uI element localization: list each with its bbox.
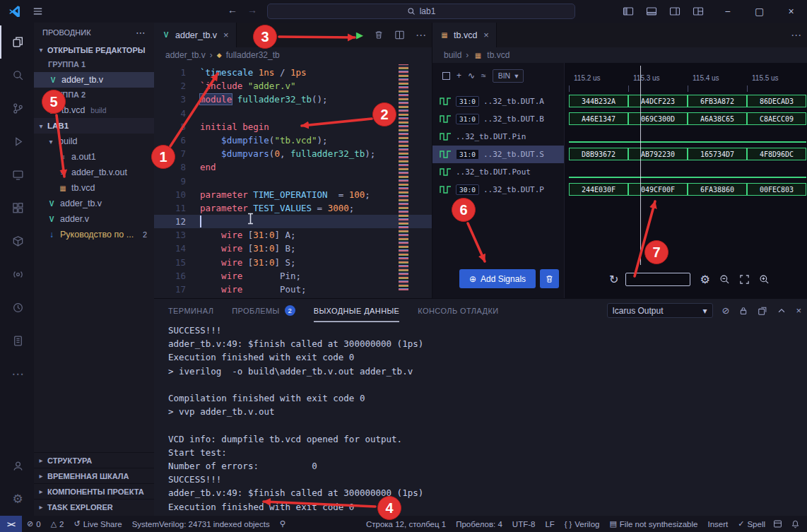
- close-panel-icon[interactable]: ×: [796, 305, 801, 316]
- sidebar-section[interactable]: ▸КОМПОНЕНТЫ ПРОЕКТА: [34, 483, 154, 499]
- breadcrumb[interactable]: adder_tb.v › ◆ fulladder32_tb: [154, 47, 432, 63]
- maximize-panel-icon[interactable]: [777, 306, 787, 316]
- minimap[interactable]: [399, 64, 408, 290]
- cursor-position[interactable]: Строка 12, столбец 1: [361, 516, 451, 532]
- lock-scroll-icon[interactable]: [738, 306, 748, 316]
- activity-live-share-icon[interactable]: [0, 258, 34, 291]
- activity-extensions-icon[interactable]: [0, 191, 34, 225]
- code-editor[interactable]: 1`timescale 1ns / 1ps2`include "adder.v"…: [154, 63, 432, 298]
- open-editor-item[interactable]: Vadder_tb.v: [34, 72, 154, 88]
- tree-item[interactable]: ≡adder_tb.v.out: [34, 165, 154, 180]
- breadcrumb[interactable]: build › ▦ tb.vcd: [432, 47, 807, 63]
- insert-mode[interactable]: Insert: [702, 516, 733, 532]
- zoom-out-icon[interactable]: [719, 274, 730, 285]
- panel-tab[interactable]: ПРОБЛЕМЫ2: [232, 299, 295, 322]
- settings-gear-icon[interactable]: ⚙: [0, 483, 34, 516]
- synthesis-status[interactable]: ▤File not synthesizable: [604, 516, 702, 532]
- waveform-row[interactable]: A46E1347069C300DA6A38C65C8AECC09: [565, 110, 807, 128]
- panel-tab[interactable]: ТЕРМИНАЛ: [168, 299, 213, 322]
- gear-icon[interactable]: ⚙: [700, 273, 709, 286]
- waveform-style-icon-2[interactable]: ≈: [481, 71, 486, 81]
- open-editors-section-header[interactable]: ▾ ОТКРЫТЫЕ РЕДАКТОРЫ: [34, 42, 154, 57]
- close-button[interactable]: ×: [775, 0, 807, 23]
- waveform-style-icon[interactable]: ∿: [468, 71, 475, 81]
- zoom-in-icon[interactable]: [759, 274, 770, 285]
- add-signals-button[interactable]: ⊕ Add Signals: [459, 269, 536, 288]
- toggle-secondary-sidebar-icon[interactable]: [669, 6, 681, 17]
- terminal-output[interactable]: SUCCESS!!! adder_tb.v:49: $finish called…: [154, 322, 807, 516]
- minimize-button[interactable]: −: [712, 0, 743, 23]
- sidebar-section[interactable]: ▸СТРУКТУРА: [34, 452, 154, 468]
- activity-containers-icon[interactable]: [0, 225, 34, 258]
- editor-layout-icon[interactable]: [773, 519, 782, 528]
- signal-name-row[interactable]: 31:0..32_tb.DUT.B: [432, 110, 564, 128]
- tree-item[interactable]: Vadder.v: [34, 211, 154, 227]
- toggle-panel-icon[interactable]: [646, 6, 657, 17]
- waveform-row[interactable]: 244E030F049CF00F6FA3886000FEC803: [565, 181, 807, 199]
- more-actions-icon[interactable]: ⋯: [791, 29, 801, 42]
- activity-run-debug-icon[interactable]: [0, 125, 34, 158]
- spell[interactable]: ✓Spell: [733, 516, 770, 532]
- tree-item[interactable]: ≡a.out1: [34, 149, 154, 165]
- run-button[interactable]: ▶: [356, 30, 363, 40]
- activity-search-icon[interactable]: [0, 59, 34, 92]
- account-icon[interactable]: [0, 449, 34, 483]
- encoding[interactable]: UTF-8: [507, 516, 541, 532]
- indentation[interactable]: Пробелов: 4: [451, 516, 507, 532]
- tab-tb-vcd[interactable]: ▦ tb.vcd ×: [432, 23, 497, 47]
- language-status[interactable]: SystemVerilog: 24731 indexed objects: [127, 516, 275, 532]
- split-editor-icon[interactable]: [394, 30, 405, 40]
- waveform-row[interactable]: [565, 163, 807, 181]
- tree-item[interactable]: ▦tb.vcd: [34, 180, 154, 196]
- waveform-row[interactable]: D8B93672AB792230165734D74F8D96DC: [565, 146, 807, 163]
- waveform-row[interactable]: 344B232AA4DCF2236FB3A87286DECAD3: [565, 93, 807, 110]
- live-share[interactable]: ↺Live Share: [69, 516, 127, 532]
- search-box[interactable]: lab1: [267, 4, 575, 19]
- tab-adder-tb[interactable]: V adder_tb.v ×: [154, 23, 237, 47]
- signal-name-row[interactable]: 30:0..32_tb.DUT.P: [432, 181, 564, 199]
- panel-tab[interactable]: КОНСОЛЬ ОТЛАДКИ: [418, 299, 498, 322]
- tree-item[interactable]: Vadder_tb.v: [34, 196, 154, 211]
- remove-signals-button[interactable]: [540, 269, 559, 288]
- value-format-select[interactable]: BIN ▾: [493, 69, 524, 83]
- clear-output-icon[interactable]: ⊘: [722, 305, 730, 316]
- warnings[interactable]: △2: [46, 516, 69, 532]
- time-marker-line[interactable]: [640, 66, 641, 265]
- remote-indicator[interactable]: ><: [0, 516, 22, 532]
- color-swatch-icon[interactable]: [442, 72, 450, 80]
- workspace-section-header[interactable]: ▾ LAB1: [34, 118, 154, 134]
- bell-icon[interactable]: [791, 519, 800, 529]
- more-actions-icon[interactable]: ⋯: [136, 27, 146, 38]
- time-search-input[interactable]: [625, 273, 690, 286]
- waveform-row[interactable]: [565, 128, 807, 146]
- menu-icon[interactable]: [33, 6, 43, 16]
- customize-layout-icon[interactable]: [693, 6, 704, 17]
- nav-back-icon[interactable]: ←: [228, 4, 237, 16]
- panel-tab[interactable]: ВЫХОДНЫЕ ДАННЫЕ: [314, 299, 400, 322]
- sidebar-section[interactable]: ▸TASK EXPLORER: [34, 499, 154, 514]
- more-actions-icon[interactable]: ⋯: [416, 29, 426, 42]
- signal-name-row[interactable]: ..32_tb.DUT.Pin: [432, 128, 564, 146]
- zoom-fit-icon[interactable]: [739, 274, 750, 285]
- close-tab-icon[interactable]: ×: [223, 30, 229, 40]
- close-tab-icon[interactable]: ×: [483, 30, 489, 40]
- maximize-button[interactable]: ▢: [743, 0, 775, 23]
- activity-source-control-icon[interactable]: [0, 92, 34, 125]
- toggle-sidebar-icon[interactable]: [623, 6, 634, 17]
- activity-notebook-icon[interactable]: [0, 324, 34, 357]
- signal-name-row[interactable]: 31:0..32_tb.DUT.A: [432, 93, 564, 110]
- sidebar-section[interactable]: ▸ВРЕМЕННАЯ ШКАЛА: [34, 468, 154, 483]
- signal-name-row[interactable]: 31:0..32_tb.DUT.S: [432, 146, 564, 163]
- open-output-editor-icon[interactable]: [758, 306, 767, 316]
- language-mode[interactable]: { }Verilog: [560, 516, 605, 532]
- activity-more-icon[interactable]: ⋯: [0, 357, 34, 391]
- add-marker-icon[interactable]: +: [456, 71, 461, 81]
- tree-item[interactable]: ▾build: [34, 134, 154, 149]
- activity-history-icon[interactable]: [0, 291, 34, 324]
- locator[interactable]: ⚲: [275, 516, 290, 532]
- open-editor-item[interactable]: ▦tb.vcdbuild: [34, 102, 154, 118]
- refresh-icon[interactable]: ↻: [609, 273, 618, 286]
- output-channel-select[interactable]: Icarus Output ▾: [607, 303, 713, 318]
- trash-icon[interactable]: [374, 30, 384, 40]
- activity-explorer-icon[interactable]: [0, 25, 34, 59]
